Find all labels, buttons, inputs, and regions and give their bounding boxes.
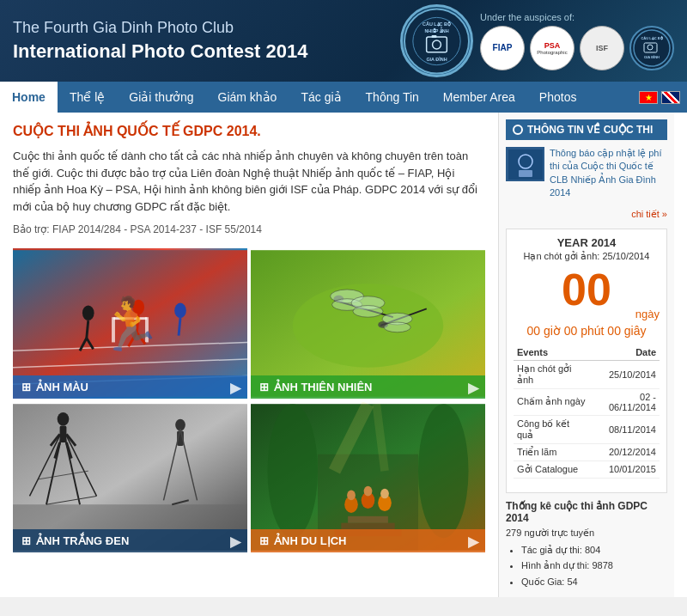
svg-point-73 (364, 486, 373, 497)
event-name: Gởi Catalogue (514, 460, 589, 478)
svg-point-56 (175, 419, 185, 431)
nav-member-area[interactable]: Member Area (431, 82, 527, 113)
stats-list: Tác giả dự thi: 804Hình ảnh dự thi: 9878… (506, 542, 667, 590)
main-nav: Home Thể lệ Giải thưởng Giám khảo Tác gi… (0, 82, 687, 113)
svg-point-37 (353, 306, 383, 318)
sidebar-news-text[interactable]: Thông báo cập nhật lệ phí thi của Cuộc t… (550, 147, 667, 200)
club-logo-small: CÂU LẠC BỘ GIA ĐÌNH (629, 26, 674, 70)
stats-list-item: Tác giả dự thi: 804 (521, 542, 667, 558)
event-date: 02 - 06/11/2014 (589, 388, 660, 415)
sidebar: THÔNG TIN VỀ CUỘC THI Thông báo cập nhật… (498, 113, 674, 597)
sidebar-section-title: THÔNG TIN VỀ CUỘC THI (506, 119, 667, 140)
stats-section: Thống kê cuộc thi ảnh GDPC 2014 279 ngườ… (506, 500, 667, 590)
events-table: Events Date Hạn chót gởi ảnh25/10/2014Ch… (514, 345, 660, 479)
nav-the-le[interactable]: Thể lệ (58, 82, 117, 113)
site-header: The Fourth Gia Dinh Photo Club Internati… (0, 0, 687, 82)
event-date: 25/10/2014 (589, 360, 660, 388)
photo-card-thien-nhien[interactable]: ⊞ ẢNH THIÊN NHIÊN ▶ (251, 248, 485, 399)
stats-title: Thống kê cuộc thi ảnh GDPC 2014 (506, 500, 667, 524)
countdown-time: 00 giờ 00 phút 00 giây (514, 324, 660, 338)
svg-text:GIA ĐÌNH: GIA ĐÌNH (426, 55, 447, 61)
svg-point-28 (174, 303, 186, 319)
language-flags (639, 91, 687, 104)
photo-card-trang-den[interactable]: ⊞ ẢNH TRẮNG ĐEN ▶ (13, 402, 247, 552)
event-name: Công bố kết quả (514, 415, 589, 443)
nav-thong-tin[interactable]: Thông Tin (354, 82, 431, 113)
flag-vietnam[interactable] (639, 91, 658, 104)
stats-online: 279 người trực tuyến (506, 528, 667, 539)
deadline-text: Hạn chót gởi ảnh: 25/10/2014 (514, 251, 660, 262)
svg-point-24 (132, 300, 144, 315)
svg-rect-19 (145, 317, 149, 342)
read-more-link[interactable]: chi tiết » (506, 209, 667, 220)
year-label: YEAR 2014 (514, 236, 660, 249)
photo-grid: ⊞ ẢNH MÀU ▶ (13, 248, 485, 552)
main-logo: CÂU LẠC BỘ NHIẾP ẢNH GIA ĐÌNH (400, 4, 473, 77)
photo-label-anh-mau: ⊞ ẢNH MÀU ▶ (13, 375, 247, 399)
psa-logo: PSA Photographic (530, 26, 575, 70)
events-table-row: Hạn chót gởi ảnh25/10/2014 (514, 360, 660, 388)
sidebar-news-thumb (506, 147, 544, 181)
photo-label-trang-den: ⊞ ẢNH TRẮNG ĐEN ▶ (13, 529, 247, 552)
events-table-row: Gởi Catalogue10/01/2015 (514, 460, 660, 478)
svg-line-21 (87, 320, 88, 338)
svg-point-69 (347, 491, 356, 501)
svg-text:GIA ĐÌNH: GIA ĐÌNH (644, 55, 660, 59)
events-table-row: Triển lãm20/12/2014 (514, 443, 660, 460)
event-name: Chấm ảnh ngày (514, 388, 589, 415)
date-col-header: Date (589, 345, 660, 361)
header-line2: International Photo Contest 2014 (13, 40, 308, 63)
content-wrapper: CUỘC THI ẢNH QUỐC TẾ GDPC 2014. Cuộc thi… (0, 113, 687, 597)
events-table-row: Công bố kết quả08/11/2014 (514, 415, 660, 443)
isf-logo: ISF (580, 26, 624, 70)
header-title: The Fourth Gia Dinh Photo Club Internati… (13, 19, 308, 63)
photo-label-du-lich: ⊞ ẢNH DU LỊCH ▶ (251, 529, 485, 552)
svg-point-63 (418, 404, 469, 538)
sidebar-news-item: Thông báo cập nhật lệ phí thi của Cuộc t… (506, 147, 667, 200)
nav-home[interactable]: Home (0, 82, 58, 113)
photo-label-thien-nhien: ⊞ ẢNH THIÊN NHIÊN ▶ (251, 375, 485, 399)
nav-tac-gia[interactable]: Tác giả (289, 82, 353, 113)
event-name: Triển lãm (514, 443, 589, 460)
svg-point-0 (404, 9, 469, 73)
event-date: 10/01/2015 (589, 460, 660, 478)
auspices-label: Under the auspices of: (480, 12, 575, 22)
svg-point-50 (58, 412, 70, 426)
events-table-row: Chấm ảnh ngày02 - 06/11/2014 (514, 388, 660, 415)
fiap-logo: FIAP (480, 26, 525, 70)
event-name: Hạn chót gởi ảnh (514, 360, 589, 388)
nav-photos[interactable]: Photos (527, 82, 589, 113)
svg-point-41 (384, 322, 410, 332)
svg-rect-17 (113, 317, 147, 320)
page-title: CUỘC THI ẢNH QUỐC TẾ GDPC 2014. (13, 123, 485, 139)
svg-point-20 (82, 306, 94, 321)
event-date: 20/12/2014 (589, 443, 660, 460)
svg-text:CÂU LẠC BỘ: CÂU LẠC BỘ (641, 35, 663, 40)
svg-point-71 (380, 489, 389, 499)
svg-rect-67 (348, 516, 388, 523)
svg-rect-78 (519, 170, 532, 177)
svg-rect-6 (432, 35, 437, 38)
svg-line-27 (137, 332, 145, 345)
support-text: Bảo trợ: FIAP 2014/284 - PSA 2014-237 - … (13, 223, 485, 235)
header-line1: The Fourth Gia Dinh Photo Club (13, 19, 308, 37)
nav-giai-thuong[interactable]: Giải thưởng (117, 82, 205, 113)
intro-text: Cuộc thi ảnh quốc tế dành cho tất cả các… (13, 148, 485, 215)
gear-icon (513, 125, 523, 135)
event-date: 08/11/2014 (589, 415, 660, 443)
svg-rect-51 (60, 426, 67, 442)
svg-line-25 (137, 314, 138, 332)
countdown-number: 00 (514, 267, 660, 312)
main-content: CUỘC THI ẢNH QUỐC TẾ GDPC 2014. Cuộc thi… (0, 113, 498, 597)
photo-card-du-lich[interactable]: ⊞ ẢNH DU LỊCH ▶ (251, 402, 485, 552)
countdown-section: YEAR 2014 Hạn chót gởi ảnh: 25/10/2014 0… (506, 229, 667, 493)
svg-point-62 (268, 404, 319, 538)
stats-list-item: Hình ảnh dự thi: 9878 (521, 558, 667, 574)
nav-giam-khao[interactable]: Giám khảo (206, 82, 289, 113)
photo-card-anh-mau[interactable]: ⊞ ẢNH MÀU ▶ (13, 248, 247, 399)
events-col-header: Events (514, 345, 589, 361)
stats-list-item: Quốc Gia: 54 (521, 574, 667, 590)
svg-line-26 (129, 332, 137, 347)
svg-line-29 (179, 318, 180, 335)
flag-english[interactable] (661, 91, 680, 104)
